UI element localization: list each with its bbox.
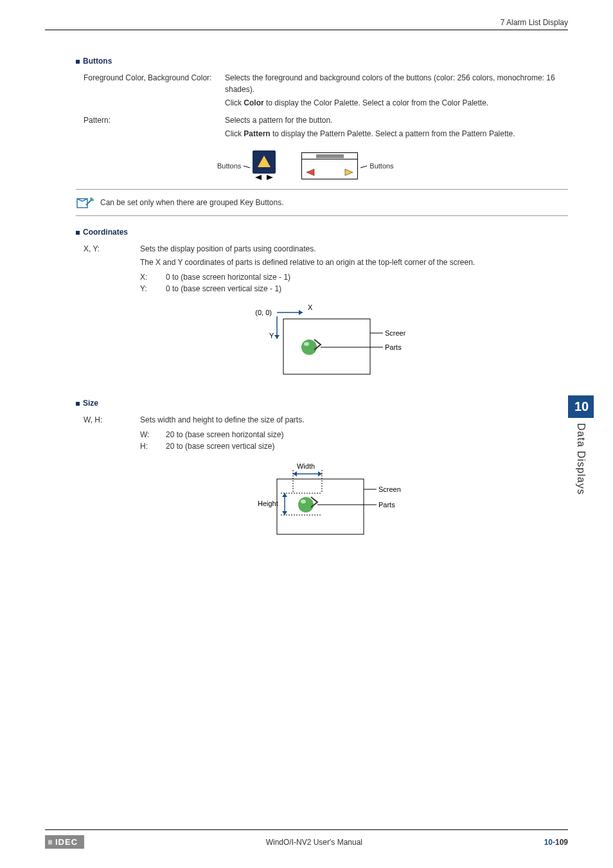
heading-buttons-text: Buttons — [83, 57, 112, 66]
footer-title: WindO/I-NV2 User's Manual — [266, 838, 362, 847]
arrow-right-icon — [343, 168, 355, 177]
svg-marker-18 — [318, 471, 322, 476]
svg-point-28 — [298, 497, 314, 512]
pattern-line2: Click Pattern to display the Pattern Pal… — [225, 128, 568, 140]
note-text: Can be set only when there are grouped K… — [100, 198, 284, 207]
diag-screen-label: Screen — [378, 485, 401, 493]
svg-marker-23 — [282, 493, 287, 497]
illo-label-right: Buttons — [369, 162, 393, 170]
heading-buttons: Buttons — [76, 57, 568, 66]
term-wh: W, H: — [84, 414, 140, 428]
svg-marker-1 — [258, 156, 271, 167]
svg-marker-3 — [267, 175, 273, 180]
x-range: 0 to (base screen horizontal size - 1) — [166, 273, 290, 282]
term-fg-bg-color: Foreground Color, Background Color: — [84, 72, 225, 111]
svg-point-14 — [304, 342, 309, 346]
svg-marker-8 — [299, 310, 303, 315]
note-icon — [76, 195, 94, 210]
term-pattern: Pattern: — [84, 114, 225, 141]
bullet-icon — [76, 231, 80, 235]
svg-marker-10 — [274, 335, 280, 339]
w-range: 20 to (base screen horizontal size) — [166, 430, 283, 439]
diag-origin-label: (0, 0) — [255, 309, 272, 316]
arrow-left-small-icon — [253, 174, 264, 181]
body-pattern: Selects a pattern for the button. Click … — [225, 114, 568, 141]
fg-bg-line1: Selects the foreground and background co… — [225, 72, 568, 95]
coordinates-diagram: (0, 0) X Y Screen Parts — [238, 303, 405, 381]
svg-point-29 — [301, 500, 306, 503]
size-diagram: Width Height Screen Parts — [238, 461, 405, 538]
diag-height-label: Height — [258, 500, 278, 507]
content: Buttons Foreground Color, Background Col… — [76, 57, 568, 556]
note-box: Can be set only when there are grouped K… — [76, 189, 568, 216]
header-rule — [45, 30, 568, 30]
svg-marker-2 — [255, 175, 262, 180]
footer-logo: IDEC — [45, 835, 84, 849]
svg-line-6 — [360, 166, 367, 168]
fg-bg-line2: Click Color to display the Color Palette… — [225, 97, 568, 109]
buttons-illustration: Buttons Buttons — [217, 150, 568, 181]
diag-y-label: Y — [269, 332, 274, 339]
wh-line1: Sets width and height to define the size… — [140, 414, 568, 426]
svg-marker-17 — [293, 471, 297, 476]
arrow-left-icon — [305, 168, 316, 177]
body-xy: Sets the display position of parts using… — [140, 243, 568, 270]
svg-rect-21 — [277, 479, 364, 534]
heading-size: Size — [76, 399, 568, 408]
y-range: 0 to (base screen vertical size - 1) — [166, 284, 281, 293]
svg-point-13 — [301, 339, 317, 355]
heading-size-text: Size — [83, 399, 98, 408]
heading-coordinates-text: Coordinates — [83, 228, 128, 237]
diag-parts-label: Parts — [378, 501, 395, 509]
y-label: Y: — [140, 284, 155, 293]
x-label: X: — [140, 273, 155, 282]
button-sample-up-icon — [253, 150, 276, 174]
pointer-line-icon — [244, 163, 250, 169]
bullet-icon — [76, 60, 80, 64]
term-xy: X, Y: — [84, 243, 140, 270]
svg-marker-5 — [345, 169, 353, 176]
w-label: W: — [140, 430, 155, 439]
svg-marker-4 — [306, 169, 314, 176]
arrow-right-small-icon — [264, 174, 276, 181]
h-range: 20 to (base screen vertical size) — [166, 442, 274, 451]
h-label: H: — [140, 442, 155, 451]
svg-rect-11 — [283, 319, 370, 374]
tab-label: Data Displays — [575, 423, 587, 495]
diag-x-label: X — [308, 303, 313, 311]
scroll-panel-sample — [301, 152, 358, 179]
illo-label-left: Buttons — [217, 162, 241, 170]
svg-marker-24 — [282, 511, 287, 515]
side-tab: 10 Data Displays — [568, 395, 594, 495]
body-wh: Sets width and height to define the size… — [140, 414, 568, 428]
bullet-icon — [76, 402, 80, 406]
svg-line-0 — [244, 166, 250, 168]
heading-coordinates: Coordinates — [76, 228, 568, 237]
pointer-line-icon — [360, 163, 367, 169]
header-section-title: 7 Alarm List Display — [501, 18, 568, 27]
diag-screen-label: Screen — [385, 329, 405, 337]
pattern-line1: Selects a pattern for the button. — [225, 114, 568, 126]
page-number: 10-109 — [544, 838, 568, 847]
body-fg-bg-color: Selects the foreground and background co… — [225, 72, 568, 111]
xy-line1: Sets the display position of parts using… — [140, 243, 568, 255]
footer: IDEC WindO/I-NV2 User's Manual 10-109 — [45, 829, 568, 849]
diag-width-label: Width — [297, 462, 315, 470]
xy-line2: The X and Y coordinates of parts is defi… — [140, 257, 568, 268]
tab-number: 10 — [568, 395, 594, 418]
diag-parts-label: Parts — [385, 343, 402, 351]
